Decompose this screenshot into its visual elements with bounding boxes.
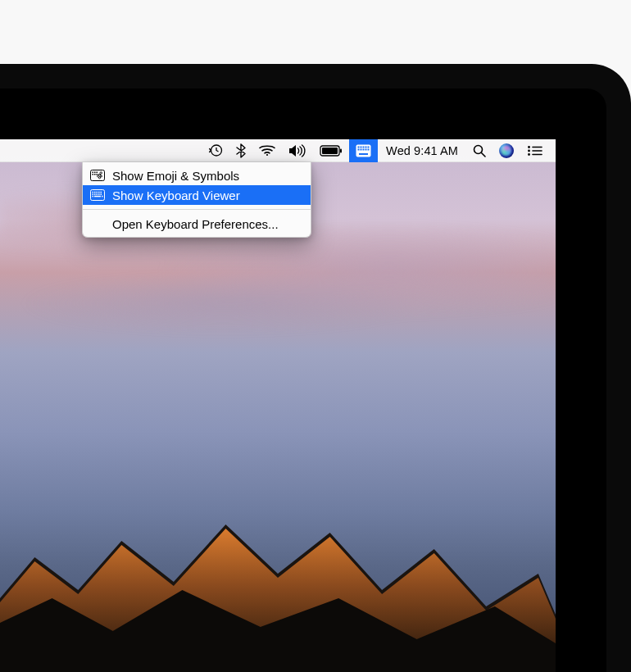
svg-rect-16 [368, 148, 370, 150]
laptop-bezel: Wed 9:41 AM [0, 89, 606, 672]
input-menu[interactable] [349, 139, 378, 162]
menu-item-open-keyboard-preferences[interactable]: Open Keyboard Preferences... [83, 214, 311, 234]
siri-menu[interactable] [493, 139, 520, 162]
desktop-screen: Wed 9:41 AM [0, 139, 556, 672]
svg-rect-37 [101, 192, 102, 193]
time-machine-icon [209, 143, 223, 157]
svg-point-23 [528, 153, 530, 156]
svg-rect-10 [365, 146, 367, 148]
wifi-icon [259, 144, 275, 157]
wallpaper-mountains [0, 484, 556, 672]
svg-rect-14 [363, 148, 365, 150]
spotlight-menu[interactable] [466, 139, 493, 162]
svg-rect-11 [368, 146, 370, 148]
menu-item-show-emoji-symbols[interactable]: Show Emoji & Symbols [83, 166, 311, 185]
clock-text: Wed 9:41 AM [386, 144, 458, 157]
svg-rect-15 [365, 148, 367, 150]
svg-rect-13 [361, 148, 362, 150]
menubar: Wed 9:41 AM [0, 139, 556, 162]
menu-item-show-keyboard-viewer[interactable]: Show Keyboard Viewer [83, 185, 311, 205]
svg-rect-29 [93, 174, 94, 175]
svg-rect-7 [358, 146, 360, 148]
svg-rect-8 [361, 146, 362, 148]
svg-rect-38 [93, 193, 94, 195]
svg-rect-30 [94, 174, 96, 175]
svg-rect-35 [97, 192, 98, 193]
volume-icon [288, 144, 306, 157]
keyboard-viewer-icon [89, 188, 106, 202]
bluetooth-menu[interactable] [229, 139, 252, 162]
input-menu-dropdown: Show Emoji & Symbols Show K [82, 162, 311, 238]
wifi-menu[interactable] [252, 139, 282, 162]
svg-rect-34 [94, 192, 96, 193]
svg-rect-31 [97, 174, 98, 175]
svg-rect-42 [101, 193, 102, 195]
menu-item-label: Show Emoji & Symbols [112, 169, 239, 183]
svg-rect-45 [102, 196, 103, 198]
menu-item-label: Show Keyboard Viewer [112, 188, 240, 202]
svg-rect-4 [340, 148, 342, 152]
bluetooth-icon [236, 143, 246, 158]
svg-rect-33 [93, 192, 94, 193]
svg-rect-41 [98, 193, 100, 195]
laptop-outer-frame: Wed 9:41 AM [0, 64, 631, 672]
spotlight-icon [473, 144, 486, 157]
svg-rect-39 [94, 193, 96, 195]
svg-rect-26 [93, 172, 94, 174]
siri-icon [499, 143, 514, 158]
battery-menu[interactable] [313, 139, 349, 162]
svg-rect-12 [358, 148, 360, 150]
svg-point-19 [528, 146, 530, 148]
notification-center-menu[interactable] [520, 139, 549, 162]
svg-rect-43 [93, 196, 94, 198]
battery-icon [320, 145, 343, 157]
time-machine-menu[interactable] [202, 139, 229, 162]
svg-rect-28 [97, 172, 98, 174]
svg-rect-40 [97, 193, 98, 195]
svg-point-21 [528, 149, 530, 152]
character-viewer-icon [89, 169, 106, 182]
svg-rect-17 [359, 153, 368, 155]
volume-menu[interactable] [282, 139, 313, 162]
svg-point-1 [266, 154, 268, 156]
svg-rect-3 [322, 148, 338, 154]
menu-separator [83, 209, 311, 210]
menu-item-label: Open Keyboard Preferences... [112, 217, 279, 231]
input-menu-icon [356, 144, 371, 157]
notification-center-icon [527, 145, 542, 157]
svg-rect-36 [98, 192, 100, 193]
svg-rect-32 [91, 190, 105, 201]
svg-rect-27 [94, 172, 96, 174]
svg-rect-9 [363, 146, 365, 148]
svg-rect-44 [94, 196, 101, 198]
menubar-clock[interactable]: Wed 9:41 AM [378, 139, 466, 162]
